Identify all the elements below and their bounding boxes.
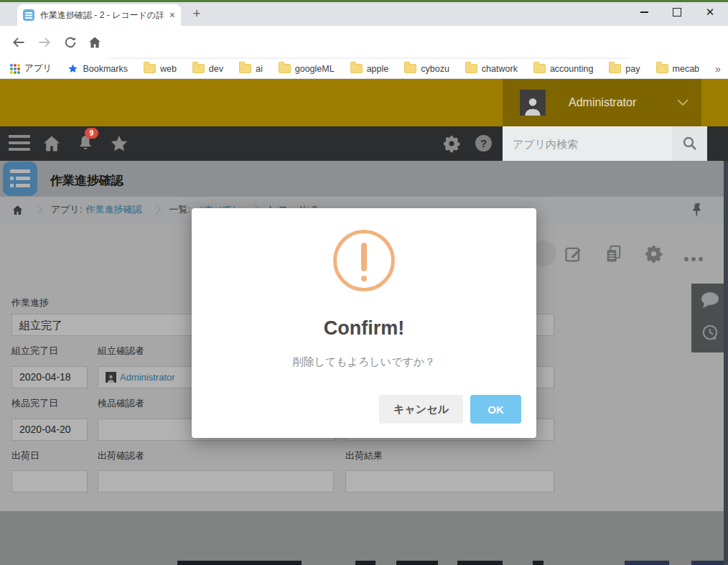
dialog-title: Confirm! bbox=[192, 317, 536, 340]
browser-tab[interactable]: 作業進捗確認 - 2 - レコードの詳細 × bbox=[17, 4, 181, 26]
bookmark-label: Bookmarks bbox=[83, 64, 128, 74]
app-search bbox=[503, 126, 707, 161]
folder-icon bbox=[350, 64, 363, 73]
confirm-dialog: Confirm! 削除してもよろしいですか？ キャンセル OK bbox=[192, 208, 536, 438]
folder-icon bbox=[404, 64, 416, 73]
browser-titlebar: 作業進捗確認 - 2 - レコードの詳細 × + ✕ bbox=[0, 0, 728, 26]
browser-navbar: fe54k.cybozu.com/k/1083/show#record=2&l.… bbox=[0, 26, 728, 59]
bookmark-label: accounting bbox=[550, 64, 593, 74]
window-minimize-button[interactable] bbox=[627, 0, 661, 24]
folder-icon bbox=[609, 64, 621, 73]
folder-icon bbox=[239, 64, 251, 73]
window-close-button[interactable]: ✕ bbox=[694, 0, 727, 24]
bookmark-folder-googleml[interactable]: googleML bbox=[279, 64, 335, 74]
search-icon bbox=[681, 135, 699, 152]
bookmark-folder-pay[interactable]: pay bbox=[609, 64, 640, 74]
search-button[interactable] bbox=[672, 126, 707, 161]
bookmark-label: pay bbox=[625, 64, 640, 74]
minimize-icon bbox=[640, 11, 648, 13]
forward-icon[interactable] bbox=[37, 35, 52, 50]
folder-icon bbox=[656, 64, 668, 73]
portal-home-icon[interactable] bbox=[42, 134, 62, 154]
user-menu[interactable]: Administrator bbox=[503, 79, 701, 126]
bookmarks-bar: アプリ Bookmarks web dev ai googleML apple … bbox=[0, 59, 728, 79]
window-maximize-button[interactable] bbox=[661, 0, 694, 24]
folder-icon bbox=[192, 64, 205, 73]
window-top-border bbox=[0, 0, 728, 2]
favorites-star-icon[interactable] bbox=[109, 134, 129, 154]
apps-grid-icon bbox=[10, 64, 20, 74]
bookmark-label: dev bbox=[209, 64, 223, 74]
kintone-header: kintone Administrator bbox=[0, 79, 728, 126]
chevron-down-icon bbox=[677, 99, 689, 106]
notification-badge: 9 bbox=[85, 128, 98, 139]
app-search-input[interactable] bbox=[503, 126, 672, 161]
bookmark-folder-ai[interactable]: ai bbox=[239, 64, 263, 74]
bookmark-apps[interactable]: アプリ bbox=[10, 62, 52, 75]
ok-button[interactable]: OK bbox=[470, 395, 521, 424]
folder-icon bbox=[279, 64, 291, 73]
kintone-favicon bbox=[23, 9, 34, 21]
back-icon[interactable] bbox=[11, 35, 26, 50]
folder-icon bbox=[144, 64, 156, 73]
bookmark-folder-accounting[interactable]: accounting bbox=[533, 64, 593, 74]
help-icon[interactable]: ? bbox=[475, 135, 492, 151]
tab-close-icon[interactable]: × bbox=[169, 9, 175, 21]
folder-icon bbox=[533, 64, 546, 73]
maximize-icon bbox=[673, 8, 681, 17]
star-icon bbox=[67, 63, 78, 74]
bookmark-folder-mecab[interactable]: mecab bbox=[656, 64, 700, 74]
bookmark-folder-web[interactable]: web bbox=[144, 64, 177, 74]
bookmark-label: chatwork bbox=[482, 64, 518, 74]
kintone-toolbar: 9 ? bbox=[0, 126, 728, 161]
bookmark-label: アプリ bbox=[24, 62, 52, 75]
screen: 作業進捗確認 - 2 - レコードの詳細 × + ✕ fe54k.cybozu.… bbox=[0, 0, 728, 565]
close-icon: ✕ bbox=[706, 6, 715, 19]
bookmark-folder-chatwork[interactable]: chatwork bbox=[465, 64, 518, 74]
bookmark-label: googleML bbox=[295, 64, 335, 74]
reload-icon[interactable] bbox=[63, 35, 78, 50]
new-tab-button[interactable]: + bbox=[187, 4, 207, 23]
bookmark-folder-cybozu[interactable]: cybozu bbox=[404, 64, 449, 74]
bookmark-folder-apple[interactable]: apple bbox=[350, 64, 389, 74]
bookmark-label: apple bbox=[367, 64, 389, 74]
bookmark-label: cybozu bbox=[421, 64, 449, 74]
bookmark-label: ai bbox=[256, 64, 263, 74]
bookmark-folder-dev[interactable]: dev bbox=[192, 64, 223, 74]
hamburger-menu-icon[interactable] bbox=[9, 135, 30, 154]
warning-icon bbox=[333, 230, 395, 291]
folder-icon bbox=[465, 64, 477, 73]
tab-title: 作業進捗確認 - 2 - レコードの詳細 bbox=[40, 9, 164, 22]
cancel-button[interactable]: キャンセル bbox=[379, 395, 463, 424]
bookmark-label: web bbox=[160, 64, 177, 74]
settings-gear-icon[interactable] bbox=[442, 134, 461, 153]
dialog-message: 削除してもよろしいですか？ bbox=[192, 355, 536, 369]
bookmarks-overflow-icon[interactable]: » bbox=[715, 63, 721, 75]
user-avatar bbox=[520, 90, 546, 116]
home-icon[interactable] bbox=[88, 35, 102, 50]
bookmark-label: mecab bbox=[673, 64, 700, 74]
user-name: Administrator bbox=[569, 96, 636, 109]
bookmark-bookmarks[interactable]: Bookmarks bbox=[67, 63, 128, 74]
